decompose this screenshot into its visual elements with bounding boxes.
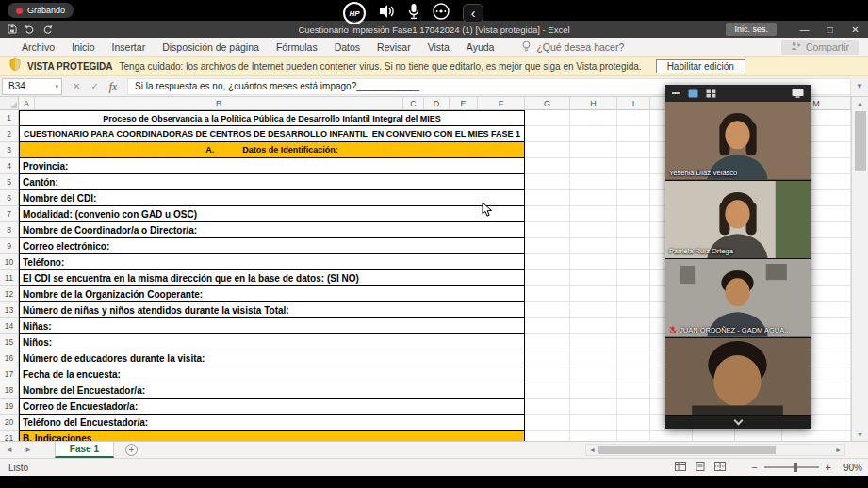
ribbon-tab-disposici-n-de-p-gina[interactable]: Disposición de página: [154, 38, 268, 56]
row-header-8[interactable]: 8: [0, 222, 19, 238]
speaker-view-icon[interactable]: [688, 85, 698, 102]
cell-G12[interactable]: [525, 286, 570, 302]
cell-H8[interactable]: [570, 222, 617, 238]
cell-M21[interactable]: [782, 431, 851, 441]
cell-H9[interactable]: [570, 238, 617, 254]
page-layout-view-icon[interactable]: [695, 462, 706, 473]
cell-A15[interactable]: Niños:: [19, 334, 525, 350]
cell-A19[interactable]: Correo de Encuestador/a:: [19, 399, 525, 415]
cell-H6[interactable]: [570, 190, 617, 206]
column-header-F[interactable]: F: [478, 97, 525, 110]
insert-function-icon[interactable]: fx: [109, 81, 117, 92]
column-header-G[interactable]: G: [525, 97, 570, 110]
row-header-17[interactable]: 17: [0, 366, 19, 382]
cell-H21[interactable]: [570, 431, 617, 441]
horizontal-scrollbar[interactable]: ◄ ►: [585, 444, 845, 456]
next-sheet-icon[interactable]: ►: [19, 446, 38, 454]
row-header-10[interactable]: 10: [0, 254, 19, 270]
scroll-up-icon[interactable]: ▲: [857, 97, 863, 109]
cell-I10[interactable]: [617, 254, 650, 270]
microphone-icon[interactable]: [408, 3, 419, 24]
cell-A13[interactable]: Número de niñas y niños atendidos durant…: [19, 302, 525, 318]
cell-G1[interactable]: [525, 110, 570, 126]
ribbon-tab-archivo[interactable]: Archivo: [13, 38, 63, 56]
row-header-6[interactable]: 6: [0, 190, 19, 206]
row-header-1[interactable]: 1: [0, 110, 19, 126]
cell-G19[interactable]: [525, 399, 570, 415]
ribbon-tab-insertar[interactable]: Insertar: [104, 38, 155, 56]
cell-I19[interactable]: [617, 399, 650, 415]
cell-H5[interactable]: [570, 174, 617, 190]
cell-G10[interactable]: [525, 254, 570, 270]
cell-A21[interactable]: B. Indicaciones: [19, 431, 525, 441]
ribbon-tab-revisar[interactable]: Revisar: [368, 38, 419, 56]
maximize-button[interactable]: □: [817, 21, 843, 38]
name-box[interactable]: B34 ▾: [2, 78, 62, 95]
column-header-E[interactable]: E: [450, 97, 478, 110]
cell-H20[interactable]: [570, 415, 617, 431]
zoom-slider-thumb[interactable]: [794, 463, 797, 472]
cell-A11[interactable]: El CDI se encuentra en la misma direcció…: [19, 270, 525, 286]
participant-video-2[interactable]: Pamela Ruíz Ortega: [665, 181, 811, 260]
cell-G8[interactable]: [525, 222, 570, 238]
cell-A8[interactable]: Nombre de Coordinador/a o Director/a:: [19, 222, 525, 238]
cell-G14[interactable]: [525, 318, 570, 334]
row-header-4[interactable]: 4: [0, 158, 19, 174]
select-all-corner[interactable]: [0, 97, 19, 110]
row-header-14[interactable]: 14: [0, 318, 19, 334]
zoom-in-icon[interactable]: +: [826, 462, 831, 473]
enter-entry-icon[interactable]: ✓: [90, 81, 98, 91]
cell-A14[interactable]: Niñas:: [19, 318, 525, 334]
cell-G16[interactable]: [525, 350, 570, 366]
cell-J21[interactable]: [650, 431, 693, 441]
column-header-D[interactable]: D: [424, 97, 450, 110]
cell-I7[interactable]: [617, 206, 650, 222]
cell-I15[interactable]: [617, 334, 650, 350]
zoom-out-icon[interactable]: −: [751, 462, 757, 473]
row-header-16[interactable]: 16: [0, 350, 19, 366]
recording-indicator[interactable]: Grabando: [8, 3, 74, 18]
horizontal-scroll-thumb[interactable]: [598, 446, 776, 454]
cell-H17[interactable]: [570, 366, 617, 382]
scroll-right-icon[interactable]: ►: [832, 447, 844, 453]
column-header-B[interactable]: B: [35, 97, 403, 110]
cell-I5[interactable]: [617, 174, 650, 190]
new-sheet-button[interactable]: +: [125, 444, 138, 456]
row-header-5[interactable]: 5: [0, 174, 19, 190]
row-header-13[interactable]: 13: [0, 302, 19, 318]
redo-icon[interactable]: [42, 21, 53, 38]
cell-H19[interactable]: [570, 399, 617, 415]
cell-K21[interactable]: [693, 431, 735, 441]
name-box-dropdown-icon[interactable]: ▾: [55, 83, 58, 90]
cell-G20[interactable]: [525, 415, 570, 431]
scroll-down-icon[interactable]: ▼: [857, 429, 863, 441]
save-icon[interactable]: [8, 21, 17, 38]
chevron-down-icon[interactable]: [733, 416, 743, 426]
page-break-view-icon[interactable]: [714, 462, 726, 473]
sign-in-button[interactable]: Inic. ses.: [726, 23, 777, 36]
cell-H2[interactable]: [570, 126, 617, 142]
cell-H14[interactable]: [570, 318, 617, 334]
cell-I4[interactable]: [617, 158, 650, 174]
row-header-18[interactable]: 18: [0, 382, 19, 399]
cell-I3[interactable]: [617, 142, 650, 158]
cell-I1[interactable]: [617, 110, 650, 126]
popout-monitor-icon[interactable]: [792, 85, 804, 102]
cell-A18[interactable]: Nombre del Encuestador/a:: [19, 382, 525, 399]
cell-A1[interactable]: Proceso de Observancia a la Política Púb…: [19, 110, 525, 126]
cell-I16[interactable]: [617, 350, 650, 366]
zoom-slider[interactable]: [764, 466, 819, 468]
minimize-button[interactable]: —: [792, 21, 817, 38]
cell-L21[interactable]: [735, 431, 782, 441]
cell-I8[interactable]: [617, 222, 650, 238]
cell-A7[interactable]: Modalidad: (convenio con GAD u OSC): [19, 206, 525, 222]
cell-A17[interactable]: Fecha de la encuesta:: [19, 366, 525, 382]
cell-I12[interactable]: [617, 286, 650, 302]
close-button[interactable]: ✕: [843, 21, 868, 38]
cell-G11[interactable]: [525, 270, 570, 286]
cell-I14[interactable]: [617, 318, 650, 334]
participant-video-4[interactable]: [665, 338, 811, 417]
cell-I2[interactable]: [617, 126, 650, 142]
row-header-21[interactable]: 21: [0, 431, 19, 441]
ribbon-tab-ayuda[interactable]: Ayuda: [458, 38, 503, 56]
